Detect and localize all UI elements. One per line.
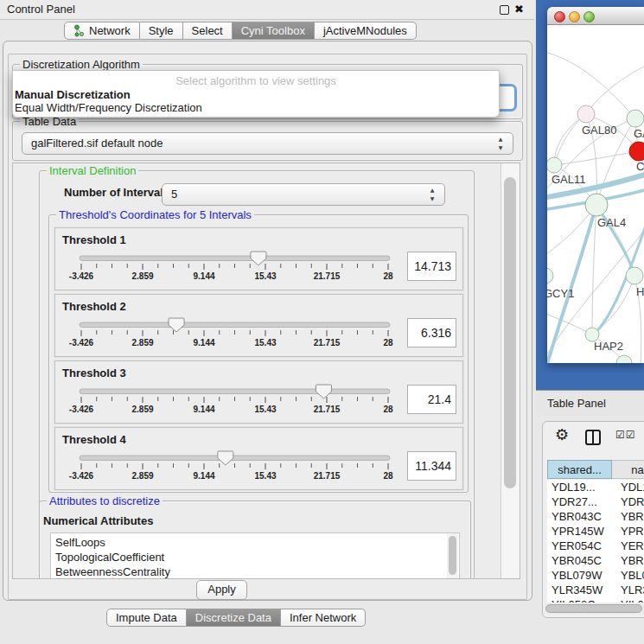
slider-handle[interactable] [316,385,331,399]
cell-shared-name: YPR145W [547,524,612,539]
table-row[interactable]: YIL052CYIL0 [547,597,644,603]
scrollbar-thumb[interactable] [449,536,456,575]
attributes-scrollbar[interactable] [447,533,458,579]
gal80-node[interactable] [577,105,595,123]
cell-shared-name: YBR045C [547,553,612,568]
table-hscrollbar[interactable] [545,603,644,614]
settings-scrollbar[interactable] [501,163,520,578]
threshold-slider[interactable]: -3.4262.8599.14415.4321.71528 [67,251,413,287]
threshold-row: Threshold 4-3.4262.8599.14415.4321.71528… [54,427,463,490]
close-icon[interactable]: ✖ [514,1,524,18]
table-row[interactable]: YBR045CYBR0 [547,553,644,568]
slider-handle[interactable] [169,318,184,332]
checkboxes-icon[interactable]: ☑☑ [615,429,636,441]
settings-scrollpane: Interval Definition Number of Intervals … [12,163,520,579]
svg-text:28: 28 [383,338,393,348]
cell-shared-name: YIL052C [547,597,612,603]
numerical-attributes-label: Numerical Attributes [43,514,153,527]
column-header-shared-name[interactable]: shared... [547,460,612,479]
tab-jactivemnodules[interactable]: jActiveMNodules [315,22,417,40]
table-data-value: galFiltered.sif default node [31,137,163,150]
table-row[interactable]: YER054CYER0 [547,539,644,553]
dropdown-option-equal-width[interactable]: Equal Width/Frequency Discretization [13,101,499,114]
threshold-slider[interactable]: -3.4262.8599.14415.4321.71528 [67,384,413,420]
slider-handle[interactable] [251,252,266,265]
slider-handle[interactable] [218,451,233,465]
svg-text:-3.426: -3.426 [69,271,94,281]
cell-shared-name: YDL19... [547,480,612,494]
svg-text:9.144: 9.144 [193,405,214,414]
tab-select[interactable]: Select [183,22,233,40]
top-right-node[interactable] [627,110,644,127]
scrollbar-thumb[interactable] [504,177,516,488]
close-traffic-light[interactable] [554,11,565,22]
apply-button[interactable]: Apply [196,580,247,600]
discretization-algorithm-label: Discretization Algorithm [20,58,143,71]
attribute-list-item[interactable]: TopologicalCoefficient [51,550,459,564]
network-window-titlebar[interactable] [547,7,644,25]
svg-text:2.859: 2.859 [131,338,153,348]
table-panel-titlebar: Table Panel [536,390,644,417]
svg-text:28: 28 [383,471,393,481]
gear-icon[interactable]: ⚙ [555,425,569,443]
table-row[interactable]: YDL19...YDL1 [547,480,644,494]
cell-shared-name: YBR043C [547,509,612,524]
svg-text:2.859: 2.859 [131,271,153,281]
columns-icon[interactable] [585,430,601,445]
dropdown-option-manual[interactable]: Manual Discretization [13,88,499,101]
table-row[interactable]: YLR345WYLR3 [547,583,644,597]
table-row[interactable]: YBL079WYBL0 [547,568,644,583]
node-label: H [636,285,644,298]
numerical-attributes-list[interactable]: SelfLoopsTopologicalCoefficientBetweenne… [50,532,460,579]
tab-impute-data[interactable]: Impute Data [106,609,187,627]
attribute-list-item[interactable]: SelfLoops [51,535,459,550]
combo-stepper-icon: ▲▼ [496,135,505,152]
interval-definition-label: Interval Definition [47,164,138,177]
gal11-node[interactable] [547,157,562,173]
threshold-slider[interactable]: -3.4262.8599.14415.4321.71528 [67,317,413,354]
svg-text:-3.426: -3.426 [69,405,94,414]
threshold-value-field[interactable]: 21.4 [407,385,456,414]
svg-text:21.715: 21.715 [314,271,341,281]
node-label: GCY1 [547,287,574,300]
table-row[interactable]: YDR27...YDR2 [547,494,644,509]
scrollbar-thumb[interactable] [545,604,642,613]
tab-style[interactable]: Style [140,22,183,40]
float-window-icon[interactable] [500,5,509,15]
threshold-slider[interactable]: -3.4262.8599.14415.4321.71528 [67,450,413,487]
attributes-group: Attributes to discretize Numerical Attri… [39,501,471,579]
svg-text:9.144: 9.144 [193,471,214,481]
network-canvas[interactable]: GAL80GACGAL11GAL4GCY1HHAP2 [547,25,644,363]
zoom-traffic-light[interactable] [583,11,595,22]
node-label: GA [634,127,644,140]
tab-infer-network[interactable]: Infer Network [281,609,366,627]
gcy1-node[interactable] [547,268,553,284]
threshold-value-field[interactable]: 6.316 [407,318,456,348]
threshold-label: Threshold 2 [62,300,126,313]
minimize-traffic-light[interactable] [569,11,580,22]
svg-text:9.144: 9.144 [193,271,214,281]
h-node[interactable] [626,267,643,284]
tab-network[interactable]: Network [64,22,140,40]
gal4-node[interactable] [585,194,608,216]
column-header-name[interactable]: na [612,460,644,479]
table-panel: ⚙ ☑☑ shared... na YDL19...YDL1YDR27...YD… [542,421,644,618]
attribute-list-item[interactable]: BetweennessCentrality [51,564,459,579]
cell-name: YER0 [612,539,644,553]
red-node[interactable] [629,142,644,161]
tab-discretize-data[interactable]: Discretize Data [187,609,281,627]
cell-name: YBR0 [612,509,644,524]
attributes-group-label: Attributes to discretize [47,494,163,507]
threshold-value-field[interactable]: 11.344 [407,451,456,481]
top-tab-bar: Network Style Select Cyni Toolbox jActiv… [64,22,417,40]
table-row[interactable]: YPR145WYPR1 [547,524,644,539]
table-row[interactable]: YBR043CYBR0 [547,509,644,524]
threshold-label: Threshold 4 [62,433,126,446]
algorithm-dropdown-list: Select algorithm to view settings Manual… [12,70,500,118]
table-data-combobox[interactable]: galFiltered.sif default node ▲▼ [22,132,513,155]
number-of-intervals-combobox[interactable]: 5 ▲▼ [162,183,445,206]
svg-text:28: 28 [383,271,393,281]
tab-cyni-toolbox[interactable]: Cyni Toolbox [233,22,315,40]
cell-name: YLR3 [612,583,644,597]
threshold-value-field[interactable]: 14.713 [407,252,456,281]
